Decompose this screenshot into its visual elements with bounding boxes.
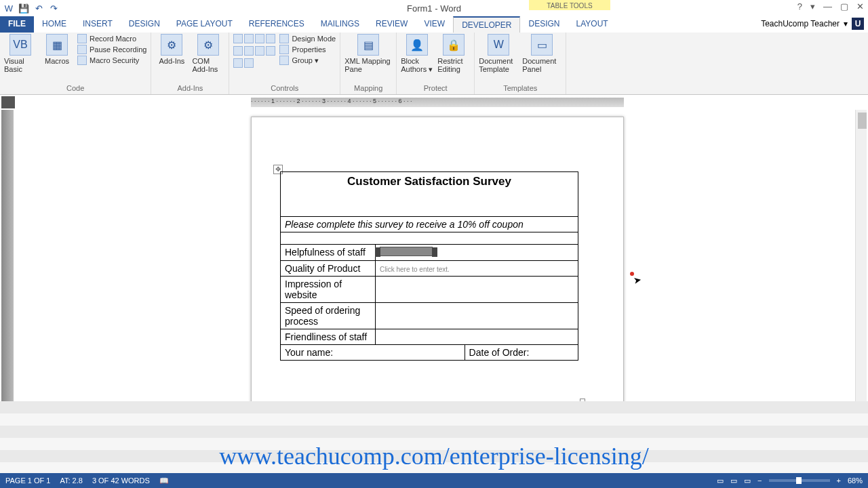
design-mode-button[interactable]: Design Mode	[279, 34, 336, 43]
xml-mapping-button[interactable]: ▤XML Mapping Pane	[344, 34, 392, 73]
vertical-ruler[interactable]	[1, 110, 14, 449]
ribbon-tabs: FILE HOME INSERT DESIGN PAGE LAYOUT REFE…	[0, 16, 868, 33]
scrollbar-thumb[interactable]	[858, 113, 867, 129]
combo-control-icon[interactable]	[244, 46, 254, 56]
group-label-controls: Controls	[233, 83, 336, 94]
row-speed-field[interactable]	[376, 303, 578, 329]
dropdown-control-icon[interactable]	[255, 46, 264, 56]
tab-mailings[interactable]: MAILINGS	[313, 16, 368, 33]
tab-developer[interactable]: DEVELOPER	[453, 16, 520, 33]
zoom-in-button[interactable]: +	[837, 476, 841, 485]
group-mapping: ▤XML Mapping Pane Mapping	[340, 33, 397, 94]
picture-control-icon[interactable]	[255, 34, 264, 43]
tab-design-theme[interactable]: DESIGN	[121, 16, 168, 33]
tab-references[interactable]: REFERENCES	[241, 16, 313, 33]
zoom-level[interactable]: 68%	[848, 476, 863, 485]
account-area[interactable]: TeachUcomp Teacher▾ U	[761, 18, 864, 30]
group-code: VBVisual Basic ▦Macros Record Macro Paus…	[0, 33, 151, 94]
status-page[interactable]: PAGE 1 OF 1	[5, 476, 50, 485]
tab-view[interactable]: VIEW	[416, 16, 453, 33]
minimize-icon[interactable]: —	[823, 1, 832, 12]
row-helpfulness-label: Helpfulness of staff	[281, 245, 376, 261]
ruler-area: · · · · · · 1 · · · · · · 2 · · · · · · …	[0, 95, 868, 110]
plain-text-control-icon[interactable]	[244, 34, 254, 43]
macro-security-button[interactable]: Macro Security	[77, 56, 146, 65]
close-icon[interactable]: ✕	[856, 1, 864, 12]
tab-insert[interactable]: INSERT	[75, 16, 121, 33]
window-title: Form1 - Word	[407, 3, 461, 14]
group-label-templates: Templates	[479, 83, 561, 94]
maximize-icon[interactable]: ▢	[840, 1, 848, 12]
row-impression-label: Impression of website	[281, 277, 376, 303]
account-badge-icon: U	[852, 18, 864, 30]
view-web-icon[interactable]: ▭	[744, 476, 751, 485]
group-addins: ⚙Add-Ins ⚙COM Add-Ins Add-Ins	[151, 33, 229, 94]
word-app-icon: W	[3, 2, 15, 14]
cursor-marker-icon	[630, 272, 634, 276]
pause-recording-button[interactable]: Pause Recording	[77, 45, 146, 54]
content-control-selected[interactable]	[380, 247, 433, 256]
document-panel-button[interactable]: ▭Document Panel	[522, 34, 561, 73]
window-controls: ? ▾ — ▢ ✕	[797, 1, 864, 12]
tab-review[interactable]: REVIEW	[368, 16, 416, 33]
watermark-url: www.teachucomp.com/enterprise-licensing/	[0, 442, 868, 470]
visual-basic-button[interactable]: VBVisual Basic	[4, 34, 37, 73]
row-impression-field[interactable]	[376, 277, 578, 303]
group-controls: Design Mode Properties Group ▾ Controls	[229, 33, 340, 94]
content-control-placeholder[interactable]: Click here to enter text.	[380, 266, 450, 273]
tab-table-layout[interactable]: LAYOUT	[568, 16, 616, 33]
row-quality-field[interactable]: Click here to enter text.	[376, 261, 578, 277]
row-speed-label: Speed of ordering process	[281, 303, 376, 329]
save-icon[interactable]: 💾	[18, 2, 30, 14]
checkbox-control-icon[interactable]	[233, 46, 243, 56]
view-print-icon[interactable]: ▭	[730, 476, 737, 485]
survey-table[interactable]: Customer Satisfaction Survey Please comp…	[280, 171, 578, 361]
mouse-cursor-icon: ➤	[633, 274, 643, 286]
rich-text-control-icon[interactable]	[233, 34, 243, 43]
tab-page-layout[interactable]: PAGE LAYOUT	[168, 16, 241, 33]
tab-file[interactable]: FILE	[0, 16, 34, 33]
group-button[interactable]: Group ▾	[279, 56, 336, 65]
zoom-out-button[interactable]: −	[757, 476, 762, 485]
status-words[interactable]: 3 OF 42 WORDS	[92, 476, 150, 485]
legacy-tools-icon[interactable]	[244, 58, 254, 68]
row-friendliness-field[interactable]	[376, 329, 578, 345]
building-block-control-icon[interactable]	[266, 34, 275, 43]
date-control-icon[interactable]	[266, 46, 275, 56]
ruler-corner-icon[interactable]	[1, 96, 15, 108]
title-bar: W 💾 ↶ ↷ Form1 - Word TABLE TOOLS ? ▾ — ▢…	[0, 0, 868, 16]
ribbon: VBVisual Basic ▦Macros Record Macro Paus…	[0, 33, 868, 95]
group-label-protect: Protect	[401, 83, 470, 94]
restrict-editing-button[interactable]: 🔒Restrict Editing	[437, 34, 470, 73]
help-icon[interactable]: ?	[797, 1, 802, 12]
group-label-mapping: Mapping	[344, 83, 392, 94]
group-label-code: Code	[4, 83, 146, 94]
row-quality-label: Quality of Product	[281, 261, 376, 277]
proofing-icon[interactable]: 📖	[159, 476, 169, 485]
zoom-slider[interactable]	[769, 479, 830, 482]
spacer-row	[281, 232, 578, 245]
row-helpfulness-field[interactable]	[376, 245, 578, 261]
tab-home[interactable]: HOME	[34, 16, 75, 33]
redo-icon[interactable]: ↷	[47, 2, 60, 14]
document-template-button[interactable]: WDocument Template	[479, 34, 518, 73]
block-authors-button[interactable]: 👤Block Authors ▾	[401, 34, 433, 74]
ribbon-options-icon[interactable]: ▾	[810, 1, 815, 12]
user-name: TeachUcomp Teacher	[761, 19, 840, 28]
undo-icon[interactable]: ↶	[33, 2, 45, 14]
group-protect: 👤Block Authors ▾ 🔒Restrict Editing Prote…	[397, 33, 475, 94]
document-area: ✥ Customer Satisfaction Survey Please co…	[0, 110, 868, 476]
survey-instruction: Please complete this survey to receive a…	[281, 217, 578, 232]
com-addins-button[interactable]: ⚙COM Add-Ins	[192, 34, 224, 73]
addins-button[interactable]: ⚙Add-Ins	[155, 34, 188, 65]
horizontal-ruler[interactable]: · · · · · · 1 · · · · · · 2 · · · · · · …	[251, 98, 624, 107]
repeating-control-icon[interactable]	[233, 58, 243, 68]
row-dateorder-label: Date of Order:	[465, 345, 578, 361]
macros-button[interactable]: ▦Macros	[41, 34, 73, 65]
row-friendliness-label: Friendliness of staff	[281, 329, 376, 345]
view-read-icon[interactable]: ▭	[717, 476, 724, 485]
tab-table-design[interactable]: DESIGN	[520, 16, 568, 33]
table-tools-contextual-tab: TABLE TOOLS	[529, 0, 610, 10]
properties-button[interactable]: Properties	[279, 45, 336, 54]
record-macro-button[interactable]: Record Macro	[77, 34, 146, 43]
